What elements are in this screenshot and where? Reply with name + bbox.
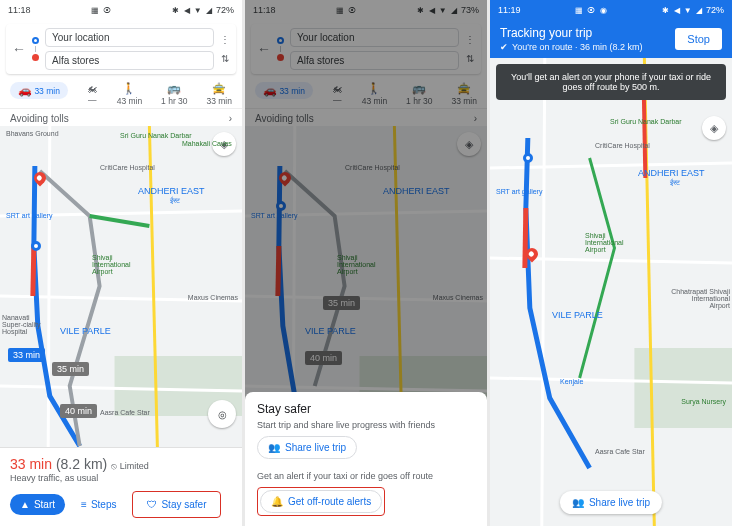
poi-maxus: Maxus Cinemas <box>433 294 483 301</box>
poi-shivaji: Shivaji International Airport <box>92 254 152 275</box>
poi-nanavati: Nanavati Super-ciality Hospital <box>2 314 52 335</box>
back-icon[interactable]: ← <box>12 41 26 57</box>
tracking-title: Tracking your trip <box>500 26 642 40</box>
route-dots <box>277 37 284 61</box>
status-bar: 11:18 ▦ ⦿ ✱ ◀ ▼ ◢ 72% <box>0 0 242 20</box>
origin-marker-icon <box>523 153 533 163</box>
mode-ride[interactable]: 🚖33 min <box>451 82 477 106</box>
tracking-header: Tracking your trip ✔You're on route · 36… <box>490 20 732 62</box>
poi-darbar: Sri Guru Nanak Darbar <box>120 132 192 139</box>
mode-bike[interactable]: 🏍— <box>332 82 343 106</box>
swap-icon[interactable]: ⇅ <box>466 53 474 64</box>
route-card: ← Your location Alfa stores ⋮ ⇅ <box>6 24 236 74</box>
status-battery: 72% <box>216 5 234 15</box>
traffic-text: Heavy traffic, as usual <box>10 473 232 483</box>
screen-directions: 11:18 ▦ ⦿ ✱ ◀ ▼ ◢ 72% ← Your location Al… <box>0 0 242 526</box>
route-dots <box>32 37 39 61</box>
area-andheri-east-sub: ईस्ट <box>670 179 680 187</box>
start-button[interactable]: ▲Start <box>10 494 65 515</box>
off-route-toast: You'll get an alert on your phone if you… <box>496 64 726 100</box>
origin-dot-icon <box>32 37 39 44</box>
mode-walk[interactable]: 🚶43 min <box>362 82 388 106</box>
mode-transit[interactable]: 🚌1 hr 30 <box>161 82 187 106</box>
travel-modes: 🚗 33 min 🏍— 🚶43 min 🚌1 hr 30 🚖33 min <box>245 78 487 108</box>
route-pill-40: 40 min <box>305 351 342 365</box>
origin-dot-icon <box>277 37 284 44</box>
locate-icon[interactable]: ◎ <box>208 400 236 428</box>
poi-criticare: CritiCare Hospital <box>595 142 650 149</box>
mode-drive[interactable]: 🚗 33 min <box>10 82 68 106</box>
status-right-icons: ✱ ◀ ▼ ◢ <box>662 6 703 15</box>
status-left-icons: ▦ ⦿ ◉ <box>575 6 607 15</box>
route-summary-sheet: 33 min (8.2 km) ⦸ Limited Heavy traffic,… <box>0 447 242 526</box>
poi-shivaji: Shivaji International Airport <box>585 232 645 253</box>
navigate-icon: ▲ <box>20 499 30 510</box>
sheet-title: Stay safer <box>257 402 475 416</box>
screen-tracking: 11:19 ▦ ⦿ ◉ ✱ ◀ ▼ ◢ 72% Tracking your tr… <box>490 0 732 526</box>
share-live-trip-chip[interactable]: 👥 Share live trip <box>560 491 662 514</box>
route-pill-33: 33 min <box>8 348 45 362</box>
avoiding-label: Avoiding tolls <box>10 113 69 124</box>
stop-button[interactable]: Stop <box>675 28 722 50</box>
steps-button[interactable]: ≡Steps <box>71 494 126 515</box>
route-limited-label: Limited <box>120 461 149 471</box>
layers-icon[interactable]: ◈ <box>457 132 481 156</box>
mode-walk[interactable]: 🚶43 min <box>117 82 143 106</box>
destination-field[interactable]: Alfa stores <box>45 51 214 70</box>
area-vile-parle: VILE PARLE <box>305 326 356 336</box>
origin-field[interactable]: Your location <box>290 28 459 47</box>
share-icon: 👥 <box>572 497 584 508</box>
status-left-icons: ▦ ⦿ <box>91 6 112 15</box>
poi-kenjale: Kenjale <box>560 378 583 385</box>
origin-field[interactable]: Your location <box>45 28 214 47</box>
avoiding-label: Avoiding tolls <box>255 113 314 124</box>
destination-field[interactable]: Alfa stores <box>290 51 459 70</box>
more-icon[interactable]: ⋮ <box>220 34 230 45</box>
poi-srt: SRT art gallery <box>6 212 52 219</box>
share-live-trip-button[interactable]: 👥Share live trip <box>257 436 357 459</box>
status-bar: 11:19 ▦ ⦿ ◉ ✱ ◀ ▼ ◢ 72% <box>490 0 732 20</box>
tracking-status: You're on route · 36 min (8.2 km) <box>512 42 642 52</box>
poi-chitra: Chhatrapati Shivaji International Airpor… <box>670 288 730 309</box>
destination-dot-icon <box>32 54 39 61</box>
alerts-desc: Get an alert if your taxi or ride goes o… <box>257 471 475 481</box>
mode-bike[interactable]: 🏍— <box>87 82 98 106</box>
route-distance: (8.2 km) <box>56 456 107 472</box>
status-battery: 73% <box>461 5 479 15</box>
stay-safer-button[interactable]: 🛡Stay safer <box>137 494 216 515</box>
chevron-right-icon: › <box>229 113 232 124</box>
poi-aasra: Aasra Cafe Star <box>595 448 645 455</box>
poi-bhavans: Bhavans Ground <box>6 130 59 137</box>
stay-safer-sheet: Stay safer Start trip and share live pro… <box>245 392 487 526</box>
swap-icon[interactable]: ⇅ <box>221 53 229 64</box>
layers-icon[interactable]: ◈ <box>702 116 726 140</box>
chevron-right-icon: › <box>474 113 477 124</box>
area-andheri-east: ANDHERI EAST <box>138 186 205 196</box>
route-card: ← Your location Alfa stores ⋮ ⇅ <box>251 24 481 74</box>
status-battery: 72% <box>706 5 724 15</box>
area-andheri-east: ANDHERI EAST <box>638 168 705 178</box>
mode-drive[interactable]: 🚗 33 min <box>255 82 313 106</box>
more-icon[interactable]: ⋮ <box>465 34 475 45</box>
poi-srt: SRT art gallery <box>251 212 297 219</box>
route-time: 33 min <box>10 456 52 472</box>
poi-aasra: Aasra Cafe Star <box>100 409 150 416</box>
map[interactable]: ◈ ANDHERI EAST ईस्ट VILE PARLE SRT art g… <box>490 58 732 526</box>
screen-stay-safer-sheet: 11:18 ▦ ⦿ ✱ ◀ ▼ ◢ 73% ← Your location Al… <box>245 0 487 526</box>
area-andheri-east: ANDHERI EAST <box>383 186 450 196</box>
poi-criticare: CritiCare Hospital <box>345 164 400 171</box>
get-off-route-alerts-button[interactable]: 🔔Get off-route alerts <box>260 490 382 513</box>
mode-ride[interactable]: 🚖33 min <box>206 82 232 106</box>
poi-surya: Surya Nursery <box>681 398 726 405</box>
back-icon[interactable]: ← <box>257 41 271 57</box>
status-right-icons: ✱ ◀ ▼ ◢ <box>172 6 213 15</box>
area-vile-parle: VILE PARLE <box>60 326 111 336</box>
origin-marker-icon <box>276 201 286 211</box>
status-bar: 11:18 ▦ ⦿ ✱ ◀ ▼ ◢ 73% <box>245 0 487 20</box>
destination-dot-icon <box>277 54 284 61</box>
mode-transit[interactable]: 🚌1 hr 30 <box>406 82 432 106</box>
status-time: 11:18 <box>8 5 31 15</box>
status-right-icons: ✱ ◀ ▼ ◢ <box>417 6 458 15</box>
status-time: 11:19 <box>498 5 521 15</box>
area-andheri-east-sub: ईस्ट <box>170 197 180 205</box>
